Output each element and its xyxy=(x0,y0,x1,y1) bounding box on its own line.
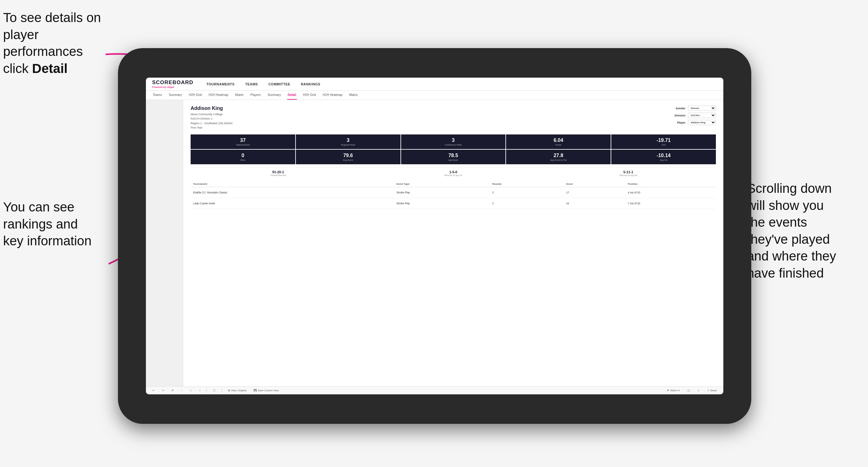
tablet-screen: SCOREBOARD Powered by clippd TOURNAMENTS… xyxy=(146,77,723,394)
player-division: NJCAA Division 1 xyxy=(191,117,232,121)
table-row: Lady Coyote Invite Stroke Play 2 16 7 ou… xyxy=(191,198,716,209)
top-nav: SCOREBOARD Powered by clippd TOURNAMENTS… xyxy=(146,77,723,91)
nav-committee[interactable]: COMMITTEE xyxy=(268,81,291,87)
record-overall: 91-20-1 Overall Record xyxy=(191,170,366,177)
sidebar xyxy=(146,100,183,386)
tournament-name-1: Estella CC- Mountain Classic xyxy=(191,187,394,198)
filter-division: Division NJCAA I xyxy=(670,113,716,118)
score-1: 17 xyxy=(564,187,625,198)
logo-powered: Powered by clippd xyxy=(152,86,193,89)
filter-player: Player Addison King xyxy=(670,120,716,125)
stat-conference-rank: 3 Conference Rank xyxy=(401,134,506,149)
subnav-matrix2[interactable]: Matrix xyxy=(349,91,358,100)
player-label: Player xyxy=(670,121,685,124)
table-row: Estella CC- Mountain Classic Stroke Play… xyxy=(191,187,716,198)
toolbar-separator2 xyxy=(222,388,222,393)
col-tournament: Tournament xyxy=(191,181,394,187)
position-1: 4 out of 20 xyxy=(625,187,716,198)
gender-label: Gender xyxy=(670,107,685,110)
stats-row2: 0 Wins 79.6 Avg Score 78.5 Adj Score 27.… xyxy=(191,150,716,164)
tablet: SCOREBOARD Powered by clippd TOURNAMENTS… xyxy=(118,48,751,424)
score-2: 16 xyxy=(564,198,625,209)
event-type-1: Stroke Play xyxy=(394,187,490,198)
refresh-button[interactable]: ⟳ xyxy=(170,388,176,393)
division-label: Division xyxy=(670,114,685,117)
annotation-top-left: To see details on player performances cl… xyxy=(3,9,108,77)
division-select[interactable]: NJCAA I xyxy=(688,113,716,118)
nav-teams[interactable]: TEAMS xyxy=(245,81,258,87)
player-filters: Gender Women Division NJCAA I xyxy=(670,105,716,125)
tournament-table: Tournament Event Type Rounds Score Posit… xyxy=(191,181,716,209)
subnav-h2h-heatmap[interactable]: H2H Heatmap xyxy=(208,91,229,100)
subnav-h2h-heatmap2[interactable]: H2H Heatmap xyxy=(322,91,343,100)
player-select[interactable]: Addison King xyxy=(688,120,716,125)
player-name: Addison King xyxy=(191,105,232,111)
clock-button[interactable]: 🕐 xyxy=(211,388,217,393)
subnav-detail[interactable]: Detail xyxy=(287,91,297,100)
zoom-reset-button[interactable]: □ xyxy=(189,388,193,393)
event-type-2: Stroke Play xyxy=(394,198,490,209)
stat-adj-score: 78.5 Adj Score xyxy=(401,150,506,164)
view-icon: ⊞ xyxy=(228,389,230,392)
col-event-type: Event Type xyxy=(394,181,490,187)
subnav-matrix[interactable]: Matrix xyxy=(235,91,244,100)
stat-points: 6.04 Points xyxy=(506,134,611,149)
content-area: Addison King Mesa Community College NJCA… xyxy=(183,100,723,386)
gender-select[interactable]: Women xyxy=(688,105,716,111)
sub-nav: Teams Summary H2H Grid H2H Heatmap Matri… xyxy=(146,91,723,100)
save-icon: 💾 xyxy=(254,389,257,392)
stat-national-rank: 37 National Rank xyxy=(191,134,295,149)
stat-avg-score-par: 27.8 Avg Score to Par xyxy=(506,150,611,164)
stat-wins: 0 Wins xyxy=(191,150,295,164)
share-icon: ⇪ xyxy=(707,389,709,392)
annotation-bottom-left: You can see rankings and key information xyxy=(3,199,115,250)
player-region: Region 1 - Southwest (18) District xyxy=(191,121,232,125)
logo-area: SCOREBOARD Powered by clippd xyxy=(152,80,193,89)
player-header: Addison King Mesa Community College NJCA… xyxy=(191,105,716,130)
record-top50: 5-11-1 Record vs top 50 xyxy=(541,170,716,177)
screen-button[interactable]: ⬜ xyxy=(685,388,692,393)
share-button[interactable]: ⇪ Share xyxy=(706,388,718,393)
nav-rankings[interactable]: RANKINGS xyxy=(300,81,321,87)
zoom-in-button[interactable]: + xyxy=(198,388,203,393)
view-original-button[interactable]: ⊞ View: Original xyxy=(226,388,248,393)
expand-button[interactable]: ⤢ xyxy=(696,388,701,393)
stat-avg-score: 79.6 Avg Score xyxy=(296,150,400,164)
player-info: Addison King Mesa Community College NJCA… xyxy=(191,105,232,130)
records-section: 91-20-1 Overall Record 1-5-0 Record vs t… xyxy=(191,167,716,177)
watch-button[interactable]: 👁 Watch ▾ xyxy=(665,388,681,393)
nav-tournaments[interactable]: TOURNAMENTS xyxy=(206,81,235,87)
record-top25: 1-5-0 Record vs top 25 xyxy=(366,170,541,177)
col-score: Score xyxy=(564,181,625,187)
col-position: Position xyxy=(625,181,716,187)
stat-avg-sg: -10.14 Avg SG xyxy=(611,150,716,164)
undo-button[interactable]: ↩ xyxy=(151,388,156,393)
filter-gender: Gender Women xyxy=(670,105,716,111)
annotation-right: Scrolling down will show you the events … xyxy=(747,180,865,282)
watch-icon: 👁 xyxy=(667,389,669,392)
col-rounds: Rounds xyxy=(490,181,564,187)
logo-scoreboard: SCOREBOARD xyxy=(152,80,193,86)
subnav-summary[interactable]: Summary xyxy=(168,91,183,100)
rounds-1: 2 xyxy=(490,187,564,198)
player-school: Mesa Community College xyxy=(191,112,232,117)
position-2: 7 out of 20 xyxy=(625,198,716,209)
table-header-row: Tournament Event Type Rounds Score Posit… xyxy=(191,181,716,187)
rounds-2: 2 xyxy=(490,198,564,209)
bottom-toolbar: ↩ ↪ ⟳ − □ + 🕐 ⊞ View: Original 💾 Save Cu… xyxy=(146,386,723,394)
subnav-players[interactable]: Players xyxy=(250,91,261,100)
stat-sos: -19.71 SoS xyxy=(611,134,716,149)
stats-row1: 37 National Rank 3 Regional Rank 3 Confe… xyxy=(191,134,716,149)
toolbar-separator xyxy=(207,388,207,393)
subnav-teams[interactable]: Teams xyxy=(152,91,162,100)
stat-regional-rank: 3 Regional Rank xyxy=(296,134,400,149)
main-content: Addison King Mesa Community College NJCA… xyxy=(146,100,723,386)
subnav-h2h-grid[interactable]: H2H Grid xyxy=(188,91,203,100)
zoom-out-button[interactable]: − xyxy=(180,388,184,393)
tournament-name-2: Lady Coyote Invite xyxy=(191,198,394,209)
redo-button[interactable]: ↪ xyxy=(160,388,166,393)
player-year: First Year xyxy=(191,125,232,130)
subnav-h2h-grid2[interactable]: H2H Grid xyxy=(302,91,317,100)
subnav-summary2[interactable]: Summary xyxy=(267,91,282,100)
save-custom-view-button[interactable]: 💾 Save Custom View xyxy=(252,388,280,393)
